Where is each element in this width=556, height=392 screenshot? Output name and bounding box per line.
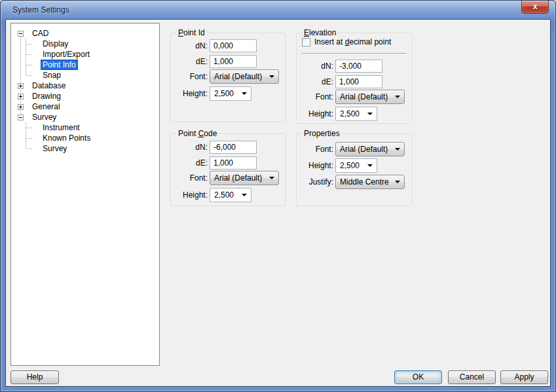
height-label: Height:: [171, 190, 208, 200]
chevron-down-icon: [269, 177, 274, 179]
properties-font-select[interactable]: Arial (Default): [335, 142, 405, 156]
tree-item-display[interactable]: Display: [11, 39, 159, 49]
ok-button[interactable]: OK: [394, 370, 442, 384]
chevron-down-icon: [269, 75, 274, 78]
group-title-elevation: Elevation: [302, 28, 338, 37]
cancel-button[interactable]: Cancel: [448, 370, 496, 384]
height-label: Height:: [297, 109, 333, 118]
elevation-font-select[interactable]: Arial (Default): [335, 90, 405, 104]
chevron-down-icon: [395, 96, 400, 98]
height-label: Height:: [297, 161, 333, 170]
point-id-height-select[interactable]: 2,500: [210, 86, 251, 101]
elevation-de-input[interactable]: [335, 75, 382, 88]
point-code-dn-input[interactable]: [210, 141, 257, 154]
tree-item-label: Survey: [41, 143, 69, 154]
selected-height: 2,500: [340, 161, 360, 170]
elevation-height-select[interactable]: 2,500: [335, 107, 377, 121]
expand-icon[interactable]: [18, 94, 24, 99]
selected-height: 2,500: [214, 190, 234, 200]
titlebar[interactable]: System Settings x: [1, 1, 555, 19]
collapse-icon[interactable]: [18, 31, 24, 37]
dialog-body: CAD Display Import/Export Point Info Sna…: [5, 19, 551, 387]
dn-label: dN:: [171, 143, 208, 152]
properties-height-select[interactable]: 2,500: [335, 158, 377, 173]
close-icon: x: [533, 2, 538, 11]
selected-justify: Middle Centre: [340, 177, 389, 187]
properties-justify-select[interactable]: Middle Centre: [335, 175, 405, 189]
point-code-font-select[interactable]: Arial (Default): [210, 171, 279, 185]
tree-item-survey[interactable]: Survey: [11, 143, 159, 154]
help-button[interactable]: Help: [10, 370, 59, 384]
tree-item-snap[interactable]: Snap: [11, 70, 159, 80]
chevron-down-icon: [367, 164, 373, 167]
tree-item-label: Import/Export: [41, 49, 92, 60]
height-label: Height:: [171, 89, 208, 98]
settings-tree[interactable]: CAD Display Import/Export Point Info Sna…: [10, 23, 160, 366]
font-label: Font:: [171, 72, 208, 81]
tree-item-point-info[interactable]: Point Info: [11, 60, 159, 70]
elevation-dn-input[interactable]: [335, 60, 382, 73]
chevron-down-icon: [395, 181, 400, 183]
group-title-point-id: Point Id: [176, 28, 207, 37]
tree-item-cad[interactable]: CAD: [11, 28, 159, 39]
tree-item-label: Display: [41, 39, 70, 49]
selected-font: Arial (Default): [340, 92, 388, 101]
selected-height: 2,500: [340, 109, 360, 118]
apply-button[interactable]: Apply: [500, 370, 548, 384]
chevron-down-icon: [395, 148, 400, 151]
font-label: Font:: [171, 173, 208, 183]
tree-item-label: Database: [30, 80, 67, 91]
font-label: Font:: [297, 92, 333, 101]
selected-height: 2,500: [214, 89, 234, 98]
tree-item-label: Instrument: [41, 122, 82, 133]
justify-label: Justify:: [297, 177, 333, 187]
selected-font: Arial (Default): [214, 72, 262, 81]
separator: [301, 53, 407, 54]
chevron-down-icon: [242, 194, 247, 196]
dn-label: dN:: [171, 41, 208, 50]
window-title: System Settings: [12, 5, 69, 14]
group-properties: Properties Font: Arial (Default) Height:…: [296, 134, 412, 206]
point-code-de-input[interactable]: [210, 156, 257, 169]
tree-item-survey[interactable]: Survey: [11, 112, 159, 122]
dn-label: dN:: [297, 62, 333, 71]
insert-at-decimal-point-label: Insert at decimal point: [314, 37, 391, 46]
tree-item-database[interactable]: Database: [11, 80, 159, 91]
tree-connector-line: [18, 39, 39, 49]
selected-font: Arial (Default): [214, 173, 262, 183]
tree-connector-line: [18, 143, 39, 154]
de-label: dE:: [171, 158, 208, 168]
point-code-height-select[interactable]: 2,500: [210, 188, 251, 202]
expand-icon[interactable]: [18, 104, 24, 110]
de-label: dE:: [297, 77, 333, 86]
font-label: Font:: [297, 145, 333, 154]
point-id-dn-input[interactable]: [210, 39, 257, 52]
group-elevation: Elevation Insert at decimal point dN: dE…: [296, 33, 412, 124]
de-label: dE:: [171, 57, 208, 66]
chevron-down-icon: [242, 92, 247, 95]
tree-item-label: Drawing: [30, 91, 63, 101]
tree-item-instrument[interactable]: Instrument: [11, 122, 159, 133]
tree-connector-line: [18, 60, 39, 70]
point-id-de-input[interactable]: [210, 55, 257, 68]
tree-item-label: Survey: [30, 112, 58, 122]
selected-font: Arial (Default): [340, 145, 388, 154]
tree-connector-line: [18, 133, 39, 143]
insert-at-decimal-point-checkbox[interactable]: [302, 38, 310, 46]
tree-connector-line: [18, 122, 39, 133]
tree-item-label: General: [30, 101, 62, 112]
group-point-id: Point Id dN: dE: Font: Arial (Default) H…: [170, 33, 286, 122]
tree-item-known-points[interactable]: Known Points: [11, 133, 159, 143]
tree-item-drawing[interactable]: Drawing: [11, 91, 159, 101]
tree-item-label: CAD: [30, 28, 50, 39]
expand-icon[interactable]: [18, 83, 24, 89]
collapse-icon[interactable]: [18, 115, 24, 120]
tree-item-import-export[interactable]: Import/Export: [11, 49, 159, 60]
tree-item-general[interactable]: General: [11, 101, 159, 112]
tree-connector-line: [18, 49, 39, 60]
tree-item-label: Snap: [41, 70, 63, 80]
system-settings-dialog: System Settings x CAD Display Import/Exp…: [0, 0, 556, 392]
close-button[interactable]: x: [521, 1, 549, 14]
tree-connector-line: [18, 70, 39, 80]
point-id-font-select[interactable]: Arial (Default): [210, 69, 279, 84]
